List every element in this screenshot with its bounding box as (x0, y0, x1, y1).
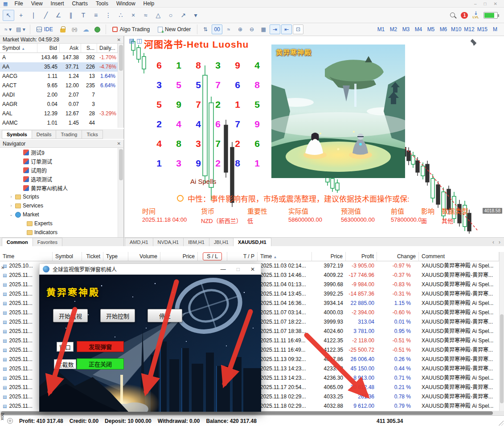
popup-title-bar[interactable]: 全球监视俄罗斯弹窗机械人 — □ ✕ (39, 264, 261, 275)
depth-of-market-icon[interactable]: ▤ (129, 37, 134, 44)
timeframe-button[interactable]: M6 (437, 24, 450, 34)
arrow-object-icon[interactable]: ↗ (177, 10, 189, 21)
market-watch-row[interactable]: AA 35.45 37.71 226 -4.76% (0, 62, 118, 72)
col-bid[interactable]: Bid (37, 44, 60, 53)
timeframe-button[interactable]: M15 (476, 24, 489, 34)
volumes-icon[interactable]: ⇅ (200, 24, 211, 34)
trendline-icon[interactable]: ╱ (40, 10, 52, 21)
expand-arrow-icon[interactable]: › (9, 203, 13, 208)
market-watch-row[interactable]: AAGR 0.04 0.07 3 (0, 100, 118, 109)
col-tp[interactable]: T / P (227, 252, 258, 261)
line-style-dropdown-icon[interactable]: ≈ ▾ (3, 24, 13, 34)
signal-icon[interactable]: ((•)) (69, 24, 80, 34)
menu-charts[interactable]: Charts (68, 0, 92, 7)
expand-arrow-icon[interactable]: › (9, 195, 13, 199)
tab-scroll-right-icon[interactable]: › (499, 239, 500, 245)
market-watch-scrollbar[interactable] (118, 44, 124, 128)
popup-action-button[interactable]: 开始监视 (53, 309, 88, 322)
menu-file[interactable]: File (10, 0, 27, 7)
cursor-icon[interactable]: ↖ (3, 10, 14, 21)
market-watch-tab[interactable]: Symbols (2, 130, 32, 139)
toolbox-close-icon[interactable]: ✕ (1, 265, 4, 270)
popup-close-icon[interactable]: ✕ (250, 266, 255, 272)
col-ask[interactable]: Ask (60, 44, 81, 53)
chart-shift-icon[interactable]: ⇥ (270, 24, 280, 34)
scrollbar-thumb[interactable] (119, 149, 123, 180)
market-watch-row[interactable]: AACG 1.11 1.24 13 1.64% (0, 72, 118, 81)
closing-status-button[interactable]: 正在关闭 (77, 358, 124, 369)
menu-view[interactable]: View (27, 0, 47, 7)
navigator-item[interactable]: 黄羿寒AI机械人 (0, 183, 118, 192)
navigator-item[interactable]: Experts (0, 219, 118, 228)
grid-icon[interactable]: ▦ (258, 24, 269, 34)
navigator-item[interactable]: 订单测试 (0, 157, 118, 166)
timeframe-button[interactable]: M4 (412, 24, 425, 34)
market-watch-tab[interactable]: Trading (56, 130, 82, 139)
cloud-icon[interactable]: ☁ (81, 24, 91, 34)
timeframe-button[interactable]: M2 (387, 24, 400, 34)
menu-help[interactable]: Help (139, 0, 159, 7)
elliott-wave-icon[interactable]: ≡ (90, 10, 102, 21)
window-maximize-icon[interactable]: □ (484, 1, 487, 6)
popup-maximize-icon[interactable]: □ (237, 266, 240, 272)
ide-button[interactable]: </>IDE (33, 24, 57, 35)
navigator-item[interactable]: 选项测试 (0, 174, 118, 183)
object-wave-icon[interactable]: ≈ (223, 24, 234, 34)
navigator-item[interactable]: 试用的 (0, 166, 118, 174)
market-watch-row[interactable]: AACT 9.65 12.00 235 6.64% (0, 81, 118, 90)
auto-scroll-icon[interactable]: ⇤ (281, 24, 292, 34)
col-open-time[interactable]: Time (0, 252, 53, 261)
lock-icon[interactable] (57, 24, 68, 34)
popup-minimize-icon[interactable]: — (221, 266, 226, 272)
navigator-item[interactable]: 测试9 (0, 148, 118, 157)
algo-trading-button[interactable]: Algo Trading (109, 24, 153, 35)
toolbox-side-label[interactable]: box (0, 413, 5, 420)
market-watch-tab[interactable]: Ticks (82, 130, 102, 139)
chart-area[interactable]: ▤ ◫ 河图洛书-Hetu Luoshu (124, 36, 504, 237)
fibonacci-icon[interactable]: ≈ (140, 10, 152, 21)
levels-icon[interactable]: LVL (472, 11, 479, 19)
popup-window[interactable]: 全球监视俄罗斯弹窗机械人 — □ ✕ (39, 264, 261, 412)
menu-tools[interactable]: Tools (92, 0, 112, 7)
zoom-out-icon[interactable]: ⊖ (246, 24, 257, 34)
timeframe-button[interactable]: M10 (450, 24, 463, 34)
pattern-xabcd-icon[interactable]: ∴ (115, 10, 127, 21)
gann-fan-icon[interactable]: × (127, 10, 139, 21)
navigator-close-icon[interactable]: ✕ (117, 141, 121, 146)
window-close-icon[interactable]: ✕ (494, 1, 497, 6)
col-ticket[interactable]: Ticket (82, 252, 103, 261)
text-label-icon[interactable]: T (78, 10, 89, 21)
timeframe-button[interactable]: M5 (425, 24, 437, 34)
market-watch-row[interactable]: AAL 12.39 12.67 28 -3.29% (0, 109, 118, 118)
navigator-tab[interactable]: Favorites (33, 238, 62, 247)
chart-tab[interactable]: AMD,H1 (125, 238, 153, 247)
col-close-time[interactable]: Time ▲ (258, 252, 312, 261)
col-type[interactable]: Type (103, 252, 128, 261)
notification-badge[interactable]: 1 (461, 12, 468, 19)
chart-tab[interactable]: NVDA,H1 (153, 238, 184, 247)
navigator-item[interactable]: › Scripts (0, 192, 118, 201)
col-symbol[interactable]: Symbol (53, 252, 82, 261)
shapes-ellipse-icon[interactable]: ○ (165, 10, 176, 21)
navigator-item[interactable]: › Services (0, 201, 118, 210)
market-watch-row[interactable]: AAMC 1.01 1.45 44 (0, 118, 118, 128)
timeframe-button[interactable]: M1 (375, 24, 387, 34)
new-order-button[interactable]: New Order (154, 24, 194, 35)
market-watch-row[interactable]: A 143.46 147.38 392 -1.70% (0, 53, 118, 62)
col-comment[interactable]: Comment (419, 252, 499, 261)
equidistant-channel-icon[interactable]: ∥ (65, 10, 77, 21)
window-minimize-icon[interactable]: – (474, 1, 477, 6)
vertical-line-icon[interactable]: | (28, 10, 39, 21)
popup-found-button[interactable]: 发现弹窗 (77, 341, 124, 352)
chart-tab[interactable]: XAUUSD,H1 (233, 238, 271, 247)
timeframe-button[interactable]: M12 (463, 24, 475, 34)
shapes-triangle-icon[interactable]: △ (152, 10, 164, 21)
navigator-tab[interactable]: Common (2, 238, 33, 247)
col-sl[interactable]: S / L (198, 252, 227, 261)
col-close-price[interactable]: Price (312, 252, 346, 261)
navigator-item[interactable]: ⌄ Market (0, 210, 118, 219)
col-daily[interactable]: Daily... (97, 44, 118, 53)
navigator-scrollbar[interactable] (118, 148, 124, 237)
chart-tab[interactable]: JBI,H1 (209, 238, 234, 247)
market-watch-row[interactable]: AADI 2.00 2.07 7 (0, 90, 118, 100)
